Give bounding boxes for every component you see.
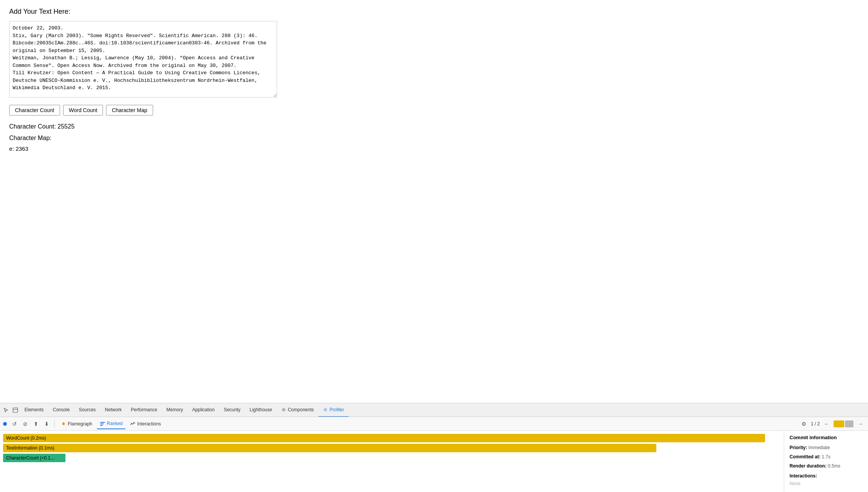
char-map-result: Character Map: e: 2363 — [9, 135, 859, 152]
word-count-button[interactable]: Word Count — [63, 105, 103, 116]
page-title: Add Your Text Here: — [9, 8, 859, 16]
text-input[interactable]: October 22, 2003. Stix, Gary (March 2003… — [9, 21, 277, 98]
char-map-heading: Character Map: — [9, 135, 859, 142]
main-content: Add Your Text Here: October 22, 2003. St… — [0, 0, 868, 164]
character-count-button[interactable]: Character Count — [9, 105, 60, 116]
char-map-entry: e: 2363 — [9, 145, 859, 152]
buttons-row: Character Count Word Count Character Map — [9, 105, 859, 116]
char-count-result: Character Count: 25525 — [9, 123, 859, 130]
char-count-value: Character Count: 25525 — [9, 123, 859, 130]
text-area-wrapper: October 22, 2003. Stix, Gary (March 2003… — [9, 21, 859, 99]
character-map-button[interactable]: Character Map — [106, 105, 153, 116]
